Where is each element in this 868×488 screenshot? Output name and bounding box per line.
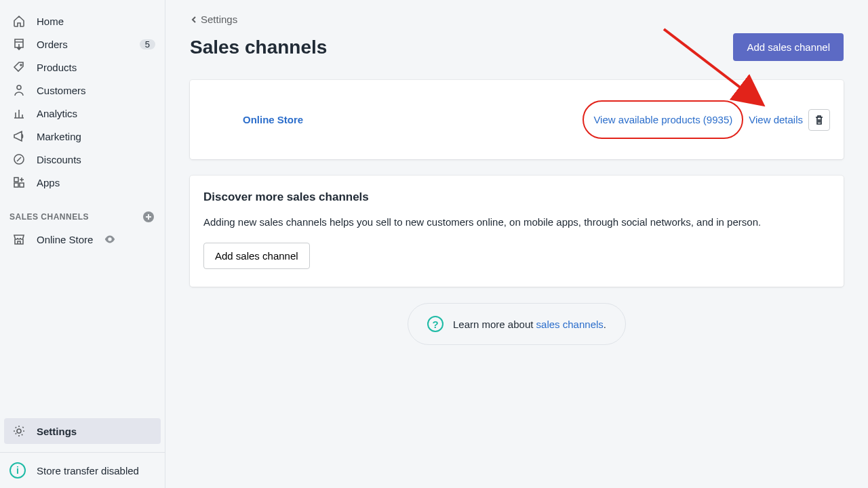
tag-icon [12, 60, 26, 74]
learn-more-text: Learn more about sales channels. [453, 319, 606, 330]
channel-label: Online Store [37, 234, 93, 245]
nav-primary: Home Orders 5 Products Customers A [0, 9, 165, 194]
info-icon: i [9, 462, 26, 479]
orders-badge: 5 [140, 39, 155, 49]
nav-label: Apps [37, 177, 155, 188]
sidebar: Home Orders 5 Products Customers A [0, 0, 165, 488]
nav-label: Customers [37, 85, 155, 96]
channel-name-link[interactable]: Online Store [243, 114, 583, 125]
discover-card: Discover more sales channels Adding new … [190, 176, 844, 287]
nav-label: Marketing [37, 131, 155, 142]
add-sales-channel-button[interactable]: Add sales channel [733, 33, 844, 61]
person-icon [12, 83, 26, 97]
chevron-left-icon [190, 16, 198, 24]
svg-point-7 [17, 429, 21, 433]
orders-icon [12, 37, 26, 51]
sidebar-channel-online-store[interactable]: Online Store [0, 228, 165, 251]
channel-row: Online Store View available products (99… [190, 80, 844, 159]
learn-more-suffix: . [604, 319, 606, 330]
page-title: Sales channels [190, 37, 327, 58]
learn-more-prefix: Learn more about [453, 319, 536, 330]
add-sales-channel-secondary-button[interactable]: Add sales channel [203, 243, 310, 269]
section-header-label: SALES CHANNELS [9, 212, 89, 222]
view-available-products-link[interactable]: View available products (9935) [593, 114, 732, 125]
nav-label: Home [37, 16, 155, 27]
nav-item-discounts[interactable]: Discounts [0, 148, 165, 171]
main-content: Settings Sales channels Add sales channe… [165, 0, 868, 488]
megaphone-icon [12, 129, 26, 143]
home-icon [12, 14, 26, 28]
add-channel-icon[interactable] [142, 210, 155, 224]
nav-item-home[interactable]: Home [0, 9, 165, 33]
eye-icon[interactable] [104, 233, 116, 245]
nav-item-customers[interactable]: Customers [0, 79, 165, 102]
nav-item-apps[interactable]: Apps [0, 171, 165, 194]
nav-item-orders[interactable]: Orders 5 [0, 33, 165, 56]
discount-icon [12, 152, 26, 166]
nav-item-products[interactable]: Products [0, 56, 165, 79]
svg-point-0 [20, 64, 22, 66]
channel-card: Online Store View available products (99… [190, 80, 844, 159]
svg-point-1 [17, 85, 21, 89]
settings-label: Settings [37, 426, 77, 437]
nav-label: Discounts [37, 154, 155, 165]
learn-more-link[interactable]: sales channels [536, 319, 604, 330]
sales-channels-header: SALES CHANNELS [0, 194, 165, 228]
analytics-icon [12, 106, 26, 120]
help-icon: ? [427, 316, 443, 332]
transfer-label: Store transfer disabled [37, 465, 139, 476]
discover-text: Adding new sales channels helps you sell… [203, 216, 830, 228]
delete-channel-button[interactable] [808, 109, 830, 131]
nav-item-settings[interactable]: Settings [4, 418, 161, 444]
gear-icon [12, 424, 26, 438]
channel-actions: View available products (9935) View deta… [583, 100, 830, 139]
svg-rect-3 [14, 178, 18, 182]
page-header: Sales channels Add sales channel [190, 33, 844, 61]
nav-item-marketing[interactable]: Marketing [0, 125, 165, 148]
breadcrumb-label: Settings [201, 14, 237, 25]
learn-more-pill: ? Learn more about sales channels. [408, 303, 626, 345]
view-details-link[interactable]: View details [749, 114, 803, 125]
discover-title: Discover more sales channels [203, 190, 830, 204]
nav-label: Analytics [37, 108, 155, 119]
apps-icon [12, 176, 26, 189]
nav-item-analytics[interactable]: Analytics [0, 102, 165, 125]
store-transfer-status[interactable]: i Store transfer disabled [0, 452, 165, 488]
trash-icon [814, 115, 825, 125]
nav-label: Orders [37, 39, 129, 50]
svg-rect-5 [20, 183, 24, 187]
highlight-annotation: View available products (9935) [583, 100, 743, 139]
nav-label: Products [37, 62, 155, 73]
store-icon [12, 232, 26, 246]
svg-rect-4 [14, 183, 18, 187]
breadcrumb-back[interactable]: Settings [190, 14, 844, 25]
